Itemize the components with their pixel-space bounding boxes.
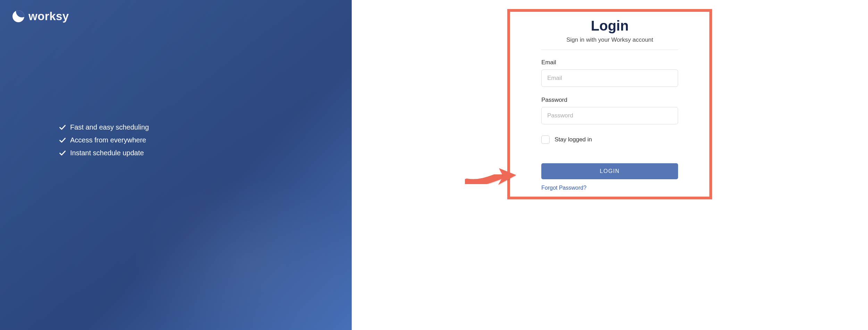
login-subtitle: Sign in with your Worksy account xyxy=(541,36,678,43)
feature-item: Access from everywhere xyxy=(59,136,149,144)
divider xyxy=(541,50,678,50)
annotation-arrow-icon xyxy=(465,166,517,194)
brand-logo-row: worksy xyxy=(12,10,339,23)
password-label: Password xyxy=(541,97,678,104)
feature-text: Fast and easy scheduling xyxy=(70,123,149,131)
feature-item: Fast and easy scheduling xyxy=(59,123,149,131)
brand-name: worksy xyxy=(28,10,69,23)
forgot-password-link[interactable]: Forgot Password? xyxy=(541,185,586,191)
login-title: Login xyxy=(541,18,678,34)
feature-text: Instant schedule update xyxy=(70,149,144,157)
feature-list: Fast and easy scheduling Access from eve… xyxy=(59,123,149,157)
password-field[interactable] xyxy=(541,107,678,124)
stay-logged-in-checkbox[interactable] xyxy=(541,135,550,144)
stay-logged-in-row: Stay logged in xyxy=(541,135,678,144)
check-icon xyxy=(59,137,66,144)
login-button[interactable]: LOGIN xyxy=(541,163,678,179)
auth-area: Login Sign in with your Worksy account E… xyxy=(352,0,868,330)
feature-text: Access from everywhere xyxy=(70,136,146,144)
moon-icon xyxy=(12,10,24,22)
email-field[interactable] xyxy=(541,69,678,87)
check-icon xyxy=(59,150,66,157)
svg-marker-0 xyxy=(498,168,516,185)
marketing-panel: worksy Fast and easy scheduling Access f… xyxy=(0,0,352,330)
feature-item: Instant schedule update xyxy=(59,149,149,157)
email-label: Email xyxy=(541,59,678,66)
check-icon xyxy=(59,124,66,131)
background-decoration xyxy=(0,0,352,330)
login-card: Login Sign in with your Worksy account E… xyxy=(507,9,712,199)
stay-logged-in-label: Stay logged in xyxy=(554,136,592,143)
